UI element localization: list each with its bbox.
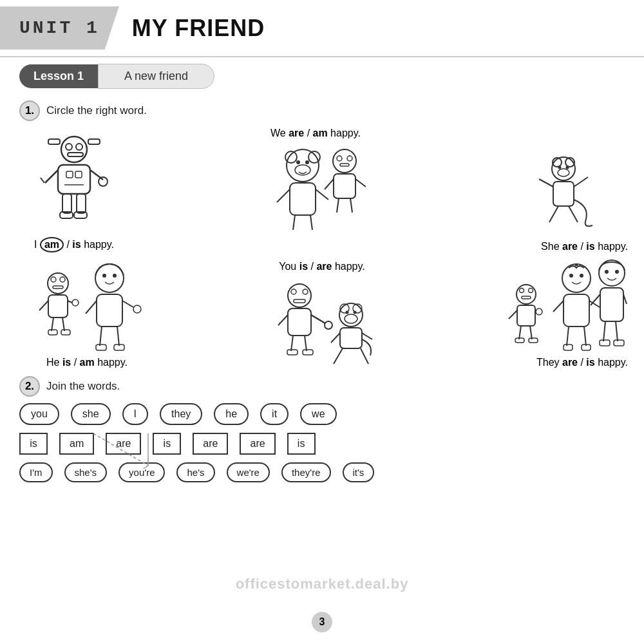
contraction-shes: she's (64, 462, 108, 482)
svg-line-36 (337, 198, 339, 213)
svg-line-79 (278, 315, 288, 325)
svg-rect-111 (564, 294, 589, 327)
svg-line-37 (350, 198, 352, 213)
svg-rect-121 (600, 288, 623, 321)
lesson-subtitle: A new friend (98, 64, 214, 89)
svg-point-42 (558, 166, 562, 169)
svg-rect-6 (58, 165, 90, 194)
svg-line-80 (291, 336, 293, 351)
svg-line-25 (277, 189, 290, 202)
svg-rect-52 (53, 286, 63, 289)
svg-rect-106 (529, 338, 538, 343)
svg-point-9 (99, 177, 108, 186)
svg-rect-2 (88, 139, 100, 144)
verb-are-3: are (240, 433, 275, 455)
svg-line-81 (305, 336, 307, 351)
svg-point-0 (61, 137, 87, 162)
svg-point-30 (337, 156, 342, 161)
svg-rect-24 (290, 183, 316, 215)
lesson-bar: Lesson 1 A new friend (19, 64, 625, 89)
svg-rect-16 (75, 171, 82, 178)
svg-rect-98 (522, 296, 531, 299)
they-section: They are / is happy. (486, 259, 628, 368)
svg-rect-5 (68, 153, 83, 156)
svg-rect-44 (553, 182, 574, 206)
svg-line-26 (316, 189, 328, 200)
pronoun-he: he (214, 403, 249, 425)
svg-point-4 (76, 144, 82, 150)
svg-rect-126 (600, 340, 610, 346)
you-section: You is / are happy. (158, 261, 486, 368)
svg-point-101 (536, 308, 542, 315)
contraction-hes: he's (176, 462, 214, 482)
svg-point-97 (529, 289, 533, 293)
svg-rect-70 (96, 345, 106, 350)
verb-is-2: is (153, 433, 181, 455)
svg-line-115 (584, 327, 586, 346)
svg-line-114 (567, 327, 569, 346)
monkey-girl-svg (525, 155, 602, 238)
svg-rect-76 (288, 308, 311, 336)
svg-line-28 (310, 215, 312, 230)
svg-point-22 (296, 160, 300, 164)
pronoun-it: it (260, 403, 289, 425)
svg-line-48 (569, 206, 578, 222)
svg-point-73 (291, 289, 296, 294)
pronoun-she: she (71, 403, 111, 425)
svg-rect-53 (48, 295, 68, 317)
svg-rect-83 (303, 350, 313, 355)
svg-point-88 (346, 311, 349, 314)
svg-point-43 (566, 166, 569, 169)
svg-point-62 (102, 274, 106, 278)
svg-rect-33 (334, 174, 355, 198)
watermark: officestomarket.deal.by (236, 576, 409, 592)
they-svg (499, 259, 628, 355)
contractions-row: I'm she's you're he's we're they're it's (19, 462, 625, 482)
sentence-he-is: He is / am happy. (46, 357, 128, 368)
exercise1-instruction: Circle the right word. (46, 104, 147, 117)
sentence-you-are: You is / are happy. (279, 261, 365, 272)
svg-rect-99 (517, 305, 535, 326)
sentence-she-is: She are / is happy. (499, 241, 628, 252)
middle-section: We are / am happy. (132, 128, 499, 252)
svg-rect-64 (97, 294, 122, 327)
svg-point-110 (580, 274, 583, 278)
svg-rect-32 (340, 164, 349, 166)
svg-rect-82 (287, 350, 298, 355)
pronoun-we: we (300, 403, 336, 425)
svg-line-10 (41, 178, 44, 183)
svg-line-58 (62, 317, 64, 331)
svg-line-125 (616, 321, 618, 341)
he-section: He is / am happy. (16, 259, 158, 368)
exercise2-num: 2. (19, 376, 40, 397)
verb-is-3: is (287, 433, 316, 455)
pronoun-you: you (19, 403, 59, 425)
svg-point-78 (325, 321, 332, 329)
svg-line-54 (39, 301, 48, 310)
svg-line-7 (45, 170, 58, 183)
he-svg (29, 259, 145, 355)
svg-point-55 (72, 299, 79, 306)
sentence-we-are: We are / am happy. (270, 128, 361, 139)
svg-point-19 (285, 151, 297, 163)
contraction-theyre: they're (281, 462, 331, 482)
pronoun-i: I (122, 403, 148, 425)
page-header: UNIT 1 MY FRIEND (0, 0, 644, 57)
svg-line-35 (355, 179, 366, 187)
svg-point-87 (345, 314, 357, 323)
robot-character: I am / is happy. (16, 131, 132, 252)
svg-rect-11 (62, 194, 71, 213)
svg-point-119 (605, 270, 609, 274)
page-number: 3 (312, 612, 332, 632)
verb-am: am (59, 433, 94, 455)
svg-rect-60 (61, 330, 70, 335)
svg-line-46 (574, 177, 588, 187)
svg-line-91 (334, 348, 343, 364)
pronoun-they: they (160, 403, 202, 425)
svg-line-34 (325, 179, 334, 189)
svg-line-102 (535, 310, 536, 312)
svg-point-50 (51, 277, 56, 282)
svg-rect-12 (77, 194, 86, 213)
svg-line-27 (293, 215, 295, 230)
svg-point-109 (569, 274, 573, 278)
